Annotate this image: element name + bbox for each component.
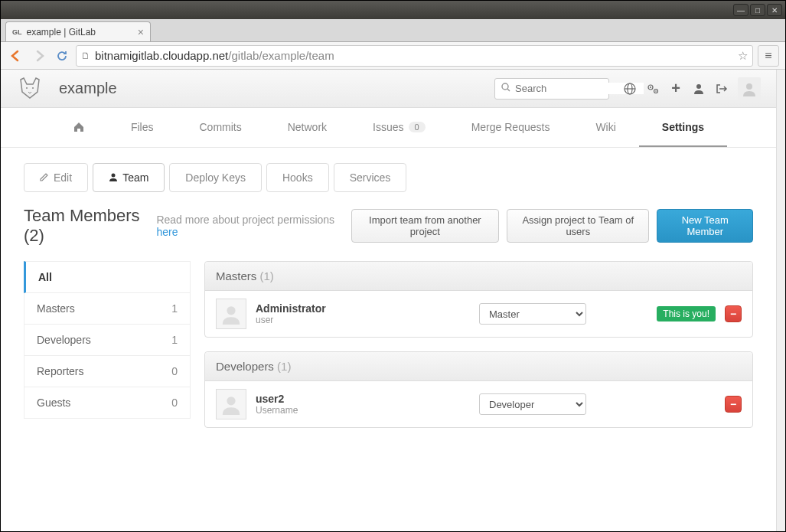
filter-reporters[interactable]: Reporters 0 <box>24 356 191 387</box>
fox-logo-icon <box>16 75 44 103</box>
subtab-hooks[interactable]: Hooks <box>266 163 329 192</box>
content-area: Edit Team Deploy Keys Hooks Services <box>1 148 776 457</box>
gears-icon <box>646 83 660 95</box>
user-avatar[interactable] <box>738 77 761 100</box>
browser-back-button[interactable] <box>7 47 25 65</box>
logout-button[interactable] <box>710 77 733 100</box>
avatar-placeholder-icon <box>220 303 242 325</box>
member-name[interactable]: user2 <box>256 393 470 405</box>
project-name[interactable]: example <box>59 80 117 97</box>
tab-title: example | GitLab <box>27 27 138 38</box>
filter-masters-label: Masters <box>37 302 75 315</box>
role-count: (1) <box>260 269 274 282</box>
filter-developers[interactable]: Developers 1 <box>24 325 191 356</box>
svg-point-13 <box>112 173 116 177</box>
subtab-edit[interactable]: Edit <box>24 163 88 192</box>
subtab-deploy-keys[interactable]: Deploy Keys <box>169 163 262 192</box>
gitlab-header: example + <box>1 70 776 108</box>
nav-network[interactable]: Network <box>265 109 350 147</box>
os-titlebar: — □ ✕ <box>1 1 785 19</box>
filter-all[interactable]: All <box>24 261 191 293</box>
permissions-text: Read more about project permissions here <box>156 214 335 238</box>
os-maximize-button[interactable]: □ <box>750 4 765 16</box>
title-count: (2) <box>24 226 44 245</box>
member-info: user2 Username <box>256 393 470 416</box>
subtab-team-label: Team <box>122 171 148 184</box>
browser-reload-button[interactable] <box>53 47 71 65</box>
nav-commits[interactable]: Commits <box>176 109 264 147</box>
permissions-link[interactable]: here <box>156 226 178 238</box>
role-header-masters: Masters (1) <box>205 262 752 291</box>
tab-close-icon[interactable]: × <box>138 26 144 38</box>
bookmark-star-icon[interactable]: ☆ <box>738 49 748 63</box>
import-team-button[interactable]: Import team from another project <box>351 209 500 243</box>
search-box[interactable] <box>494 78 609 100</box>
svg-point-11 <box>696 84 701 89</box>
reload-icon <box>56 50 68 62</box>
filter-masters[interactable]: Masters 1 <box>24 293 191 325</box>
filter-masters-count: 1 <box>171 302 178 315</box>
vertical-scrollbar[interactable] <box>776 70 785 531</box>
home-icon <box>73 121 85 133</box>
member-avatar <box>216 389 246 419</box>
role-header-developers: Developers (1) <box>205 352 752 381</box>
page-icon: 🗋 <box>81 51 90 61</box>
search-icon <box>501 83 510 94</box>
minus-icon: − <box>730 398 736 410</box>
browser-forward-button[interactable] <box>30 47 48 65</box>
svg-point-12 <box>746 83 752 90</box>
avatar-placeholder-icon <box>220 393 242 415</box>
sign-out-icon <box>716 83 728 94</box>
page-title: Team Members (2) <box>24 206 148 246</box>
member-role-select[interactable]: Developer <box>479 393 586 415</box>
you-badge: This is you! <box>657 306 716 321</box>
title-row: Team Members (2) Read more about project… <box>24 206 753 246</box>
team-two-column: All Masters 1 Developers 1 Reporters <box>24 261 753 442</box>
new-team-member-button[interactable]: New Team Member <box>657 209 753 243</box>
nav-home[interactable] <box>50 109 108 147</box>
browser-toolbar: 🗋 bitnamigitlab.cloudapp.net/gitlab/exam… <box>1 42 785 70</box>
profile-button[interactable] <box>687 77 710 100</box>
admin-gears-button[interactable] <box>641 77 664 100</box>
filter-guests-count: 0 <box>171 397 178 409</box>
url-bar[interactable]: 🗋 bitnamigitlab.cloudapp.net/gitlab/exam… <box>76 45 753 67</box>
filter-guests-label: Guests <box>37 397 70 409</box>
globe-button[interactable] <box>618 77 641 100</box>
os-close-button[interactable]: ✕ <box>767 4 782 16</box>
filter-developers-label: Developers <box>37 334 91 346</box>
members-column: Masters (1) Administrator user <box>204 261 753 442</box>
os-minimize-button[interactable]: — <box>733 4 748 16</box>
filter-all-label: All <box>38 271 52 283</box>
nav-issues[interactable]: Issues 0 <box>350 109 448 147</box>
plus-icon: + <box>671 80 680 97</box>
nav-wiki[interactable]: Wiki <box>572 109 638 147</box>
subtab-services[interactable]: Services <box>334 163 407 192</box>
gitlab-logo[interactable] <box>16 75 44 103</box>
page-content: example + <box>1 70 785 531</box>
remove-member-button[interactable]: − <box>725 396 742 413</box>
member-name[interactable]: Administrator <box>256 302 470 315</box>
role-filter-sidebar: All Masters 1 Developers 1 Reporters <box>24 261 191 442</box>
nav-files[interactable]: Files <box>108 109 177 147</box>
member-role-select[interactable]: Master <box>479 303 586 325</box>
hamburger-icon: ≡ <box>765 49 771 63</box>
avatar-placeholder-icon <box>742 81 757 96</box>
browser-tab[interactable]: GL example | GitLab × <box>5 21 151 41</box>
role-name: Masters <box>216 269 256 282</box>
nav-settings[interactable]: Settings <box>639 109 727 147</box>
filter-developers-count: 1 <box>171 334 178 346</box>
browser-tab-strip: GL example | GitLab × <box>1 19 785 42</box>
remove-member-button[interactable]: − <box>725 305 742 322</box>
assign-team-button[interactable]: Assign project to Team of users <box>507 209 649 243</box>
filter-guests[interactable]: Guests 0 <box>24 387 191 419</box>
svg-point-10 <box>655 90 657 92</box>
member-info: Administrator user <box>256 302 470 325</box>
subtab-team[interactable]: Team <box>93 163 165 192</box>
svg-point-8 <box>650 86 651 88</box>
member-row: Administrator user Master This is you! − <box>205 291 752 337</box>
new-project-button[interactable]: + <box>664 77 687 100</box>
url-path: /gitlab/example/team <box>228 49 334 62</box>
role-count: (1) <box>277 360 291 373</box>
nav-merge-requests[interactable]: Merge Requests <box>448 109 573 147</box>
browser-menu-button[interactable]: ≡ <box>758 45 779 67</box>
